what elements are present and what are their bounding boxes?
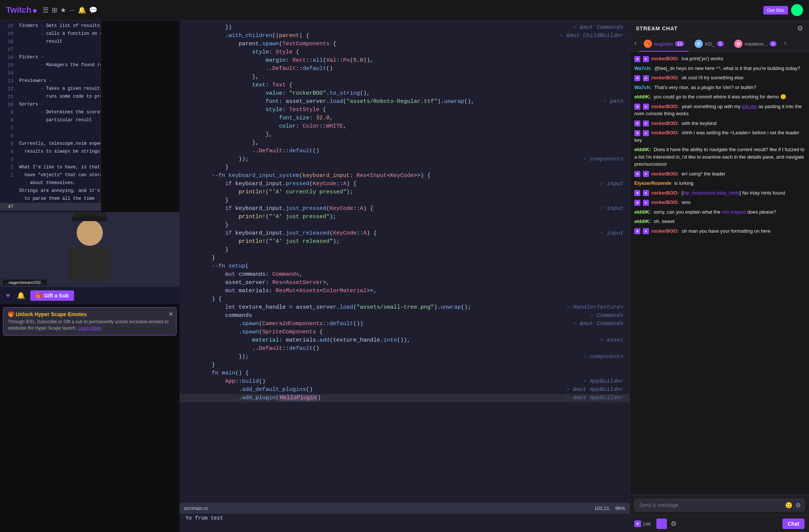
nvim-line: 6 (0, 132, 101, 140)
code-line: margin: Rect::all(Val::Px(5.0)), (180, 56, 629, 65)
badge-bits: ♦ (643, 171, 649, 177)
nav-icon-list[interactable]: ☰ (43, 6, 49, 14)
terminal-output: Yo from test (186, 515, 223, 521)
code-line: println!("'A' currently pressed"); (180, 188, 629, 196)
code-line: style: Style { (180, 48, 629, 56)
code-line: .add_default_plugins() > &mut AppBuilder (180, 386, 629, 394)
close-notification-button[interactable]: ✕ (168, 311, 173, 318)
gift-icon: 🎁 (36, 293, 42, 299)
code-line: }, (180, 131, 629, 139)
username-rockerBOO[interactable]: rockerBOO: (651, 171, 679, 177)
message-text: oh. sweet (654, 218, 675, 224)
chat-message: ★ ♦ rockerBOO: ok cool i'll try somethin… (634, 74, 805, 82)
masterm-avatar: M (734, 40, 742, 48)
code-line: color: Color::WHITE, (180, 122, 629, 131)
chat-messages[interactable]: ★ ♦ rockerBOO: lua print('yo') works Wa7… (630, 52, 809, 495)
status-bar: src/main.rs 102,21 96% (180, 503, 629, 513)
message-text: That's very nice, as a plugin for Vim? o… (654, 85, 756, 90)
code-line: } (180, 221, 629, 229)
message-text: sorry, can you explain what the vim.insp… (654, 209, 776, 215)
badge-bits: ♦ (643, 104, 649, 110)
terminal: Yo from test (180, 513, 629, 532)
code-scroll[interactable]: }) > &mut Commands .with_children(|paren… (180, 21, 629, 503)
code-line: --fn setup( (180, 262, 629, 270)
code-line: let texture_handle = asset_server.load("… (180, 303, 629, 312)
chat-message: elddiK: sorry, can you explain what the … (634, 208, 805, 216)
badge-bits: ♦ (643, 130, 649, 136)
nav-icon-more[interactable]: ··· (69, 6, 75, 14)
username-rockerBOO[interactable]: rockerBOO: (651, 56, 679, 61)
chat-tab-masterm[interactable]: M masterm... 5 (730, 37, 781, 52)
nav-icon-star[interactable]: ★ (60, 6, 66, 14)
username-elddiK[interactable]: elddiK: (634, 209, 651, 215)
viewers-number: 14K (643, 521, 651, 527)
chat-message: Wa7ch: @teej_dv heyo im new here ^^, wha… (634, 65, 805, 72)
username-rockerBOO[interactable]: rockerBOO: (651, 190, 679, 196)
kd-badge: 5 (717, 41, 724, 46)
username-rockerBOO[interactable]: rockerBOO: (651, 199, 679, 205)
nvim-line: 7 (0, 124, 101, 132)
chat-nav-next[interactable]: › (782, 37, 787, 52)
code-line: } (180, 361, 629, 369)
chat-tab-beginbot[interactable]: 🎁 beginbot 12 (639, 37, 689, 52)
code-line: asset_server: Res<AssetServer>, (180, 279, 629, 287)
username-Wa7ch[interactable]: Wa7ch: (634, 65, 652, 71)
chat-send-button[interactable]: Chat (782, 519, 805, 529)
username-rockerBOO[interactable]: rockerBOO: (651, 130, 679, 135)
nav-icon-grid[interactable]: ⊞ (52, 6, 57, 14)
status-right: 102,21 96% (594, 505, 625, 511)
nav-icon-chat[interactable]: 💬 (89, 6, 97, 14)
status-left: src/main.rs (184, 505, 208, 511)
code-line: } (180, 254, 629, 262)
username-elddiK[interactable]: elddiK: (634, 147, 651, 152)
chat-nav-prev[interactable]: ‹ (633, 37, 638, 52)
learn-more-link[interactable]: Learn More (78, 325, 101, 331)
code-line: ) { (180, 295, 629, 303)
code-line: font_size: 32.0, (180, 114, 629, 122)
username-elddiK[interactable]: elddiK: (634, 218, 651, 224)
chat-message: ★ ♦ rockerBOO: err using* the leader (634, 170, 805, 178)
username-Wa7ch[interactable]: Wa7ch: (634, 85, 652, 90)
nvim-line-current[interactable]: 47 (0, 203, 101, 211)
username-rockerBOO[interactable]: rockerBOO: (651, 75, 679, 80)
twitch-logo[interactable]: Twitch (6, 5, 37, 15)
emote-icon[interactable]: 🙂 (785, 502, 793, 509)
code-line: if keyboard_input.just_released(KeyCode:… (180, 229, 629, 238)
code-editor: }) > &mut Commands .with_children(|paren… (180, 21, 629, 405)
bits-icon[interactable]: ⚙ (796, 502, 801, 509)
chat-tab-kd[interactable]: K KD_ 5 (690, 37, 728, 52)
left-panel: 20 Finders → Gets list of results 19 → c… (0, 21, 180, 532)
code-line: App::build() > AppBuilder (180, 377, 629, 386)
badge-sub: ★ (634, 200, 640, 206)
nav-icon-bell[interactable]: 🔔 (78, 6, 86, 14)
nvim-line: 4 results to always be strings. (0, 148, 101, 156)
chat-message: ★ ♦ rockerBOO: ohhh i was setting the <L… (634, 129, 805, 144)
code-line: fn main() { (180, 369, 629, 377)
chat-message: Wa7ch: That's very nice, as a plugin for… (634, 84, 805, 91)
chat-gear-button[interactable]: ⚙ (671, 520, 677, 528)
chat-panel: STREAM CHAT ⚙ ‹ 🎁 beginbot 12 K KD_ 5 M … (629, 21, 809, 532)
nvim-line: 3 (0, 156, 101, 163)
username-rockerBOO[interactable]: rockerBOO: (651, 120, 679, 126)
username-ElyezerRezende[interactable]: ElyezerRezende (634, 180, 671, 186)
message-text: oh man you have your formatting on here (682, 228, 771, 234)
badge-bits: ♦ (643, 190, 649, 196)
chat-settings-icon[interactable]: ⚙ (797, 24, 803, 33)
gift-sub-button[interactable]: 🎁 Gift a Sub (30, 290, 74, 301)
username-rockerBOO[interactable]: rockerBOO: (651, 104, 679, 109)
bell-button[interactable]: 🔔 (15, 290, 27, 301)
nvim-line: 2 What I'd like to have, is that we can (0, 163, 101, 171)
username-rockerBOO[interactable]: rockerBOO: (651, 228, 679, 234)
user-avatar[interactable] (791, 4, 803, 16)
get-bits-button[interactable]: Get Bits (763, 6, 788, 15)
code-line: parent.spawn(TextComponents { (180, 40, 629, 48)
message-text: you could go to the commit where it was … (654, 94, 786, 100)
chat-message: elddiK: oh. sweet (634, 218, 805, 225)
nvim-line: 13 Previewers → (0, 77, 101, 85)
username-elddiK[interactable]: elddiK: (634, 94, 651, 100)
message-text: ok cool i'll try something else (682, 75, 744, 80)
nvim-line: 11 runs some code to preview it (0, 93, 101, 101)
chat-message: ★ ♦ rockerBOO: lua print('yo') works (634, 55, 805, 62)
chat-input[interactable] (634, 499, 805, 511)
heart-button[interactable]: ♥ (4, 290, 12, 301)
